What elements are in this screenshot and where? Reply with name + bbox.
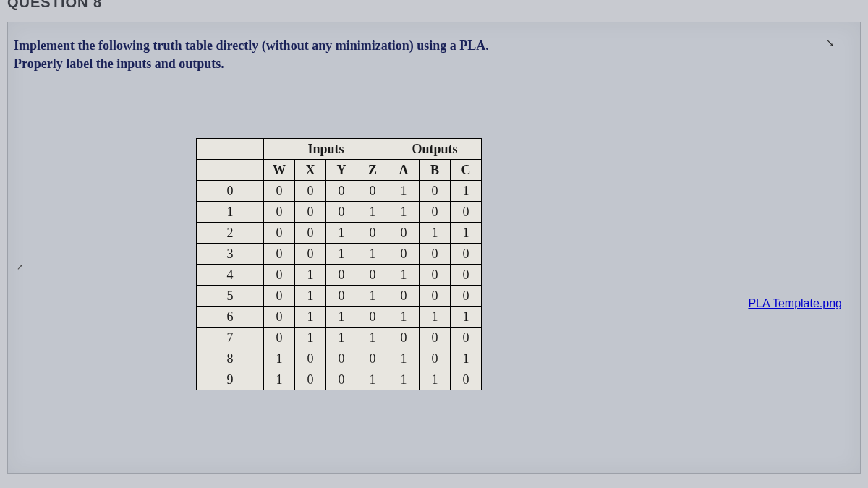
cell-Y: 0 <box>326 202 357 223</box>
cell-B: 0 <box>420 244 451 265</box>
pla-template-link[interactable]: PLA Template.png <box>748 297 842 310</box>
cell-W: 0 <box>264 328 295 348</box>
cell-Z: 0 <box>357 223 388 244</box>
cell-W: 0 <box>264 223 295 244</box>
col-idx <box>197 160 264 181</box>
table-corner-blank <box>197 139 264 160</box>
table-row: 9 1 0 0 1 1 1 0 <box>197 369 482 390</box>
cell-B: 0 <box>420 265 451 286</box>
instruction-line-1: Implement the following truth table dire… <box>14 38 489 53</box>
cell-A: 0 <box>388 223 420 244</box>
cell-X: 1 <box>295 286 326 307</box>
cell-idx: 5 <box>197 286 264 307</box>
cell-Z: 1 <box>357 369 388 390</box>
content-panel: ↘ ↗ Implement the following truth table … <box>7 22 861 474</box>
cell-W: 0 <box>264 244 295 265</box>
cell-X: 0 <box>295 181 326 202</box>
table-row: 6 0 1 1 0 1 1 1 <box>197 307 482 328</box>
table-row: 1 0 0 0 1 1 0 0 <box>197 202 482 223</box>
cell-C: 1 <box>451 181 482 202</box>
cell-A: 1 <box>388 348 420 369</box>
table-row: 8 1 0 0 0 1 0 1 <box>197 348 482 369</box>
cell-idx: 2 <box>197 223 264 244</box>
cell-B: 0 <box>420 328 451 348</box>
cell-X: 1 <box>295 328 326 348</box>
col-Z: Z <box>357 160 388 181</box>
cell-idx: 8 <box>197 348 264 369</box>
cell-A: 0 <box>388 286 420 307</box>
table-group-header: Inputs Outputs <box>197 139 482 160</box>
cell-A: 1 <box>388 307 420 328</box>
question-header: QUESTION 8 <box>7 0 102 11</box>
table-row: 2 0 0 1 0 0 1 1 <box>197 223 482 244</box>
cell-B: 1 <box>420 307 451 328</box>
cell-Y: 1 <box>326 223 357 244</box>
cell-B: 0 <box>420 181 451 202</box>
outputs-group-header: Outputs <box>388 139 482 160</box>
cell-Z: 0 <box>357 265 388 286</box>
cell-A: 1 <box>388 202 420 223</box>
cell-Y: 0 <box>326 348 357 369</box>
inputs-group-header: Inputs <box>264 139 388 160</box>
cell-Z: 1 <box>357 202 388 223</box>
col-W: W <box>264 160 295 181</box>
truth-table: Inputs Outputs W X Y Z A B C 0 0 0 0 0 1… <box>196 138 482 390</box>
instruction-line-2: Properly label the inputs and outputs. <box>14 56 224 71</box>
cell-X: 0 <box>295 348 326 369</box>
cell-A: 0 <box>388 244 420 265</box>
cell-C: 0 <box>451 265 482 286</box>
cell-W: 1 <box>264 348 295 369</box>
cell-X: 1 <box>295 307 326 328</box>
cell-X: 0 <box>295 202 326 223</box>
cell-Z: 0 <box>357 348 388 369</box>
instructions-text: Implement the following truth table dire… <box>14 37 489 73</box>
cell-B: 1 <box>420 369 451 390</box>
cell-A: 1 <box>388 369 420 390</box>
cell-C: 0 <box>451 286 482 307</box>
cell-idx: 6 <box>197 307 264 328</box>
cell-B: 0 <box>420 202 451 223</box>
col-X: X <box>295 160 326 181</box>
cell-idx: 7 <box>197 328 264 348</box>
cell-B: 0 <box>420 286 451 307</box>
cell-C: 0 <box>451 244 482 265</box>
cell-W: 1 <box>264 369 295 390</box>
cell-A: 1 <box>388 265 420 286</box>
cell-X: 1 <box>295 265 326 286</box>
cell-Y: 0 <box>326 286 357 307</box>
cell-Y: 0 <box>326 181 357 202</box>
cell-idx: 3 <box>197 244 264 265</box>
table-row: 3 0 0 1 1 0 0 0 <box>197 244 482 265</box>
cell-Y: 0 <box>326 265 357 286</box>
table-row: 4 0 1 0 0 1 0 0 <box>197 265 482 286</box>
cell-X: 0 <box>295 369 326 390</box>
cell-X: 0 <box>295 244 326 265</box>
cell-W: 0 <box>264 286 295 307</box>
col-A: A <box>388 160 420 181</box>
cell-C: 1 <box>451 348 482 369</box>
cell-X: 0 <box>295 223 326 244</box>
cell-idx: 4 <box>197 265 264 286</box>
cell-A: 0 <box>388 328 420 348</box>
cell-Y: 0 <box>326 369 357 390</box>
cell-idx: 0 <box>197 181 264 202</box>
table-col-headers: W X Y Z A B C <box>197 160 482 181</box>
table-row: 7 0 1 1 1 0 0 0 <box>197 328 482 348</box>
col-Y: Y <box>326 160 357 181</box>
cell-idx: 9 <box>197 369 264 390</box>
resize-icon: ↗ <box>17 262 23 272</box>
col-C: C <box>451 160 482 181</box>
cell-C: 1 <box>451 223 482 244</box>
col-B: B <box>420 160 451 181</box>
cell-Z: 1 <box>357 286 388 307</box>
cell-C: 0 <box>451 328 482 348</box>
cell-B: 0 <box>420 348 451 369</box>
cell-C: 0 <box>451 369 482 390</box>
cell-Y: 1 <box>326 244 357 265</box>
cell-idx: 1 <box>197 202 264 223</box>
cell-W: 0 <box>264 181 295 202</box>
cell-Z: 0 <box>357 307 388 328</box>
cursor-icon: ↘ <box>826 37 835 48</box>
cell-W: 0 <box>264 307 295 328</box>
cell-C: 1 <box>451 307 482 328</box>
